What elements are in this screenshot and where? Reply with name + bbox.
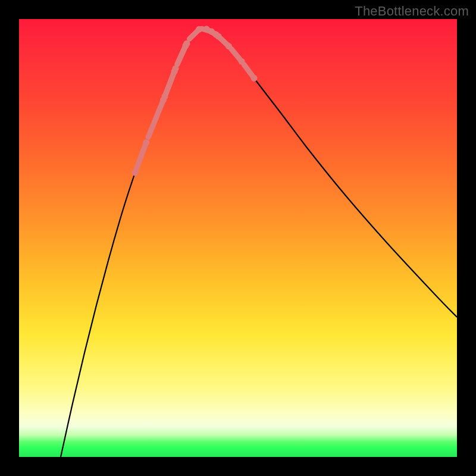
svg-line-1 <box>135 142 146 173</box>
svg-point-2 <box>143 139 149 146</box>
svg-line-12 <box>177 43 187 64</box>
highlight-dots <box>132 26 258 176</box>
svg-line-10 <box>165 71 174 96</box>
chart-frame: TheBottleneck.com <box>0 0 476 476</box>
watermark-text: TheBottleneck.com <box>355 4 469 19</box>
plot-area <box>19 19 457 457</box>
curve-svg <box>19 19 457 457</box>
svg-line-3 <box>148 100 164 137</box>
svg-point-11 <box>171 68 178 74</box>
bottleneck-curve-line <box>61 29 457 457</box>
svg-point-28 <box>250 75 257 82</box>
